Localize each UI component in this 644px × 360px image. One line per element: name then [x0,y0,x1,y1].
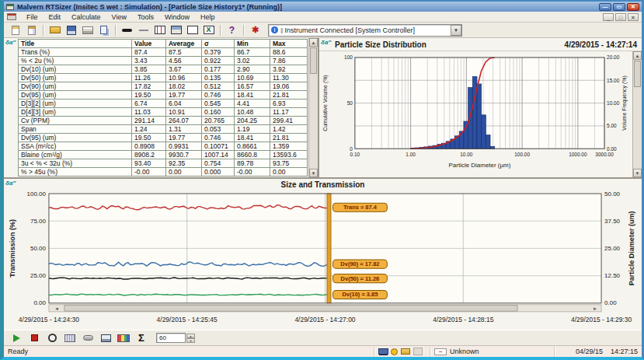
tick-label: 50.00 [604,190,621,197]
scroll-down-icon[interactable]: ▼ [309,169,318,177]
instrument-button[interactable] [248,23,263,37]
table-row[interactable]: % > 45u (%)-0.000.000.000-0.000.00 [19,168,308,177]
psd-bar [486,135,490,149]
timed-measurement-button[interactable] [44,332,60,344]
psd-view-button[interactable] [152,23,167,37]
child-close-button[interactable]: ✕ [628,13,639,21]
dropdown-arrow-icon[interactable]: ▼ [451,25,461,36]
table-row[interactable]: Dv(50) (um)11.2610.960.13510.6911.30 [19,74,308,82]
table-cell: 11.26 [132,74,166,82]
average-count-input[interactable]: 60 [156,333,186,343]
table-cell: 3.67 [166,65,202,74]
scroll-down-icon[interactable]: ▼ [633,169,642,177]
scrollbar-thumb[interactable] [310,47,317,74]
table-cell: Blaine (cm²/g) [19,151,132,159]
table-row[interactable]: % < 2u (%)3.434.560.9223.027.86 [19,57,308,65]
document-icon [7,13,16,20]
dash-bold-button[interactable] [120,23,134,37]
menu-calculate[interactable]: Calculate [66,12,106,22]
minimize-button[interactable]: — [599,3,611,11]
close-button[interactable]: ✕ [627,3,639,11]
table-row[interactable]: Span1.241.310.0531.191.42 [19,125,308,134]
table-cell: 299.41 [270,117,308,125]
scroll-up-icon[interactable]: ▲ [309,38,318,47]
table-row[interactable]: SSA (m²/cc)0.89080.99310.100710.86611.35… [19,142,308,151]
acquisition-settings-button[interactable] [62,332,78,344]
table-cell: 0.754 [202,159,235,168]
new-record-button[interactable] [24,23,39,37]
psd-panel: δa″ Particle Size Distribution 4/29/2015… [319,38,642,177]
instrument-status-dropdown[interactable]: i ||| Instrument Connected [System Contr… [268,24,462,37]
menu-help[interactable]: Help [195,12,221,22]
stop-icon [31,334,38,341]
menu-edit[interactable]: Edit [44,12,67,22]
table-row[interactable]: Cv (PPM)291.14264.0720.765204.25299.41 [19,117,308,125]
monitor-icon [101,334,111,342]
menu-view[interactable]: View [106,12,132,22]
save-button[interactable] [64,23,78,37]
tag-button[interactable] [80,332,96,344]
column-header: Title [19,40,132,48]
tick-label: 10.00 [607,100,620,106]
table-cell: 3.92 [270,65,308,74]
tick-label: 100.00 [27,190,47,197]
panel-corner-icon: δa″ [321,39,331,46]
table-cell: 87.4 [132,48,166,57]
menu-window[interactable]: Window [159,12,195,22]
table-cell: 11.30 [270,74,308,82]
table-cell: 89.78 [235,159,270,168]
table-scrollbar[interactable]: ▲ ▼ [308,38,318,177]
scroll-up-icon[interactable]: ▲ [633,51,642,60]
table-cell: % < 2u (%) [19,57,132,65]
chart-setup-button[interactable] [116,332,131,344]
table-row[interactable]: 3u < % < 32u (%)93.4092.350.75489.7893.7… [19,159,308,168]
table-cell: 291.14 [132,117,166,125]
menu-file[interactable]: File [21,12,44,22]
trend-view-button[interactable] [169,23,183,37]
table-row[interactable]: Dv(95) (um)19.5019.770.74618.4121.81 [19,134,308,142]
table-row[interactable]: Blaine (cm²/g)8908.29930.71007.148660.81… [19,151,308,159]
copy-button[interactable] [96,23,111,37]
table-cell: 6.93 [270,100,308,108]
table-cell: -0.00 [235,168,270,177]
table-row[interactable]: Dv(10) (um)3.853.670.1772.903.92 [19,65,308,74]
averaging-button[interactable]: Σ [134,332,149,344]
table-row[interactable]: Dv(95) (um)19.5019.770.74618.4121.81 [19,91,308,100]
table-row[interactable]: Dv(90) (um)17.8218.020.51216.5719.06 [19,82,308,91]
table-cell: 21.81 [270,91,308,100]
trend-scrollbar[interactable]: ◂▸ [49,305,601,312]
child-minimize-button[interactable]: _ [603,13,614,21]
child-restore-button[interactable]: □ [615,13,626,21]
start-button[interactable] [9,332,24,344]
print-button[interactable] [80,23,95,37]
maximize-button[interactable]: ▭ [613,3,625,11]
table-cell: 0.000 [202,168,235,177]
table-row[interactable]: Trans (%)87.487.50.37986.788.6 [19,48,308,57]
table-header-row: TitleValueAverageσMinMax [19,40,308,48]
table-cell: 0.746 [202,91,235,100]
open-button[interactable] [47,23,62,37]
dash-thin-button[interactable] [136,23,151,37]
scrollbar-thumb[interactable] [634,61,641,87]
tick-label: 100.00 [514,152,530,157]
spinner-down-icon[interactable]: ▼ [186,338,195,343]
records-view-button[interactable] [185,23,200,37]
psd-scrollbar[interactable]: ▲ ▼ [632,51,642,177]
table-cell: SSA (m²/cc) [19,142,132,151]
tick-label: 10.00 [460,152,473,157]
help-button[interactable] [225,23,239,37]
stop-button[interactable] [26,332,42,344]
display-button[interactable] [98,332,113,344]
copy-icon [100,26,107,34]
trend-mini-icon [434,348,447,355]
trend-title: Size and Transmission [4,179,642,189]
export-excel-button[interactable] [201,23,216,37]
table-row[interactable]: D[4][3] (um)11.0310.910.16010.4811.17 [19,108,308,117]
dash-thin-icon [139,30,148,31]
menu-tools[interactable]: Tools [132,12,159,22]
new-sop-button[interactable] [8,23,23,37]
table-cell: 0.379 [202,48,235,57]
x-tick-label: 4/29/2015 - 14:28:15 [433,316,493,323]
dash-bold-icon [122,29,132,32]
table-row[interactable]: D[3][2] (um)6.746.040.5454.416.93 [19,100,308,108]
